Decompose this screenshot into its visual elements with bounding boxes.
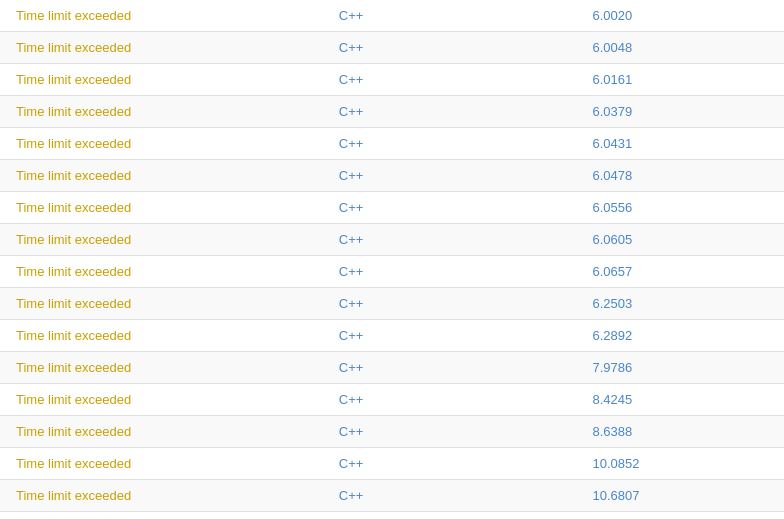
language-cell: C++ xyxy=(323,64,577,96)
status-cell: Time limit exceeded xyxy=(0,320,323,352)
time-cell: 7.9786 xyxy=(576,352,784,384)
time-cell: 6.0605 xyxy=(576,224,784,256)
language-cell: C++ xyxy=(323,384,577,416)
time-cell: 6.0379 xyxy=(576,96,784,128)
language-cell: C++ xyxy=(323,480,577,512)
time-cell: 6.0478 xyxy=(576,160,784,192)
time-cell: 6.0556 xyxy=(576,192,784,224)
table-row: Time limit exceededC++6.0161 xyxy=(0,64,784,96)
language-cell: C++ xyxy=(323,96,577,128)
time-cell: 6.0161 xyxy=(576,64,784,96)
language-cell: C++ xyxy=(323,416,577,448)
table-row: Time limit exceededC++6.0478 xyxy=(0,160,784,192)
time-cell: 8.6388 xyxy=(576,416,784,448)
status-cell: Time limit exceeded xyxy=(0,512,323,520)
language-cell: C++ xyxy=(323,320,577,352)
language-cell: C++ xyxy=(323,32,577,64)
status-cell: Time limit exceeded xyxy=(0,32,323,64)
language-cell: C++ xyxy=(323,224,577,256)
language-cell: C++ xyxy=(323,512,577,520)
table-row: Time limit exceededC++6.2892 xyxy=(0,320,784,352)
time-cell: 6.2503 xyxy=(576,288,784,320)
status-cell: Time limit exceeded xyxy=(0,448,323,480)
table-row: Time limit exceededC++6.0048 xyxy=(0,32,784,64)
status-cell: Time limit exceeded xyxy=(0,64,323,96)
table-row: Time limit exceededC++6.0605 xyxy=(0,224,784,256)
table-row: Time limit exceededC++7.9786 xyxy=(0,352,784,384)
time-cell: 6.0020 xyxy=(576,0,784,32)
table-row: Time limit exceededC++8.6388 xyxy=(0,416,784,448)
table-row: Time limit exceededC++6.0020 xyxy=(0,0,784,32)
table-row: Time limit exceededC++8.4245 xyxy=(0,384,784,416)
time-cell: 6.2892 xyxy=(576,320,784,352)
time-cell: 6.0657 xyxy=(576,256,784,288)
status-cell: Time limit exceeded xyxy=(0,96,323,128)
language-cell: C++ xyxy=(323,352,577,384)
time-cell: 10.0852 xyxy=(576,448,784,480)
language-cell: C++ xyxy=(323,160,577,192)
status-cell: Time limit exceeded xyxy=(0,128,323,160)
status-cell: Time limit exceeded xyxy=(0,0,323,32)
table-row: Time limit exceededC++10.0852 xyxy=(0,448,784,480)
table-row: Time limit exceededC++6.0556 xyxy=(0,192,784,224)
status-cell: Time limit exceeded xyxy=(0,384,323,416)
status-cell: Time limit exceeded xyxy=(0,160,323,192)
results-table: Time limit exceededC++6.0020Time limit e… xyxy=(0,0,784,519)
language-cell: C++ xyxy=(323,0,577,32)
language-cell: C++ xyxy=(323,288,577,320)
status-cell: Time limit exceeded xyxy=(0,256,323,288)
table-row: Time limit exceededC++6.0657 xyxy=(0,256,784,288)
time-cell: 6.0048 xyxy=(576,32,784,64)
time-cell: 6.0431 xyxy=(576,128,784,160)
status-cell: Time limit exceeded xyxy=(0,192,323,224)
language-cell: C++ xyxy=(323,256,577,288)
status-cell: Time limit exceeded xyxy=(0,352,323,384)
time-cell: 8.4245 xyxy=(576,384,784,416)
status-cell: Time limit exceeded xyxy=(0,224,323,256)
table-row: Time limit exceededC++14.8437 xyxy=(0,512,784,520)
status-cell: Time limit exceeded xyxy=(0,480,323,512)
table-row: Time limit exceededC++6.0431 xyxy=(0,128,784,160)
time-cell: 14.8437 xyxy=(576,512,784,520)
language-cell: C++ xyxy=(323,448,577,480)
table-row: Time limit exceededC++10.6807 xyxy=(0,480,784,512)
table-row: Time limit exceededC++6.2503 xyxy=(0,288,784,320)
language-cell: C++ xyxy=(323,192,577,224)
language-cell: C++ xyxy=(323,128,577,160)
time-cell: 10.6807 xyxy=(576,480,784,512)
status-cell: Time limit exceeded xyxy=(0,416,323,448)
table-row: Time limit exceededC++6.0379 xyxy=(0,96,784,128)
status-cell: Time limit exceeded xyxy=(0,288,323,320)
